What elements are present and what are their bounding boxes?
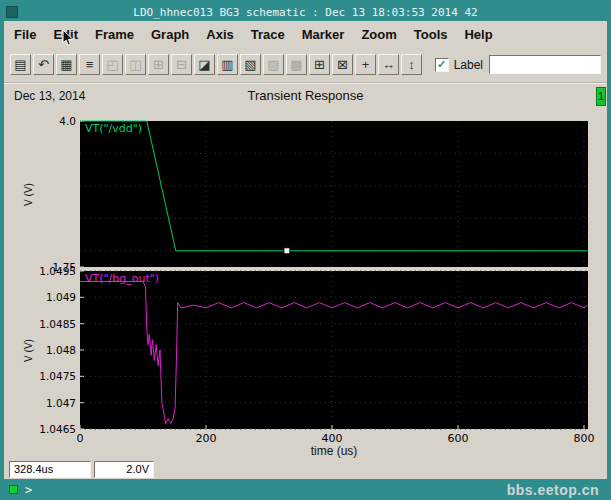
menu-axis[interactable]: Axis [206, 27, 233, 42]
printer-icon[interactable]: ▤ [10, 54, 31, 75]
toolbar-icon-group: ▤↶▦≡◰◫⊞⊟◪▥▧▨▩⊞⊠+↔↕ [10, 54, 424, 75]
menu-tools[interactable]: Tools [414, 27, 448, 42]
trace-label-bgout[interactable]: VT("/bg_out") [85, 272, 159, 285]
cursor-x-readout[interactable]: 328.4us [9, 461, 91, 478]
hatch-fill-icon[interactable]: ▨ [263, 54, 284, 75]
trace-label-vdd[interactable]: VT("/vdd") [85, 122, 142, 135]
application-window: LDO_hhnec013 BG3 schematic : Dec 13 18:0… [0, 0, 611, 500]
command-prompt-bar: > bbs.eetop.cn [4, 479, 607, 500]
pan-icon[interactable]: + [355, 54, 376, 75]
label-checkbox-text: Label [454, 58, 483, 72]
window-content: File Edit Frame Graph Axis Trace Marker … [4, 21, 607, 479]
strip-chart-icon[interactable]: ▥ [217, 54, 238, 75]
menu-zoom[interactable]: Zoom [361, 27, 396, 42]
menu-bar: File Edit Frame Graph Axis Trace Marker … [4, 21, 607, 47]
menu-graph[interactable]: Graph [151, 27, 189, 42]
new-subwindow-icon[interactable]: ◰ [102, 54, 123, 75]
list-icon[interactable]: ≡ [79, 54, 100, 75]
menu-marker[interactable]: Marker [302, 27, 345, 42]
mouse-cursor-icon [62, 29, 75, 51]
check-icon: ✓ [437, 59, 446, 70]
label-text-input[interactable] [489, 55, 601, 74]
menu-help[interactable]: Help [464, 27, 492, 42]
title-bar[interactable]: LDO_hhnec013 BG3 schematic : Dec 13 18:0… [4, 3, 607, 21]
window-number-badge[interactable]: 1 [596, 87, 606, 106]
watermark-text: bbs.eetop.cn [507, 482, 599, 498]
toolbar-right-group: ✓ Label [435, 55, 601, 74]
table-icon[interactable]: ▦ [56, 54, 77, 75]
composite-mode-icon[interactable]: ▧ [240, 54, 261, 75]
redraw-icon[interactable]: ↶ [33, 54, 54, 75]
grid-toggle-icon[interactable]: ⊞ [309, 54, 330, 75]
plot-title: Transient Response [4, 88, 607, 103]
menu-file[interactable]: File [14, 27, 36, 42]
plot-area[interactable]: VT("/vdd") VT("/bg_out") V (V) V (V) tim… [4, 107, 607, 459]
label-checkbox[interactable]: ✓ [435, 58, 449, 72]
delete-subwindow-icon[interactable]: ⊟ [171, 54, 192, 75]
plot-header: Dec 13, 2014 Transient Response 1 [4, 83, 607, 107]
menu-frame[interactable]: Frame [95, 27, 134, 42]
status-led-icon [9, 485, 18, 494]
toolbar: ▤↶▦≡◰◫⊞⊟◪▥▧▨▩⊞⊠+↔↕ ✓ Label [4, 47, 607, 83]
window-title: LDO_hhnec013 BG3 schematic : Dec 13 18:0… [4, 6, 607, 19]
copy-window-icon[interactable]: ◫ [125, 54, 146, 75]
zoom-fit-icon[interactable]: ⊠ [332, 54, 353, 75]
zoom-y-icon[interactable]: ↕ [401, 54, 422, 75]
dense-fill-icon[interactable]: ▩ [286, 54, 307, 75]
zoom-x-icon[interactable]: ↔ [378, 54, 399, 75]
prompt-symbol[interactable]: > [25, 483, 32, 497]
add-subwindow-icon[interactable]: ⊞ [148, 54, 169, 75]
status-bar: 328.4us 2.0V [4, 459, 607, 479]
menu-trace[interactable]: Trace [251, 27, 285, 42]
overlay-mode-icon[interactable]: ◪ [194, 54, 215, 75]
cursor-y-readout[interactable]: 2.0V [94, 461, 154, 478]
